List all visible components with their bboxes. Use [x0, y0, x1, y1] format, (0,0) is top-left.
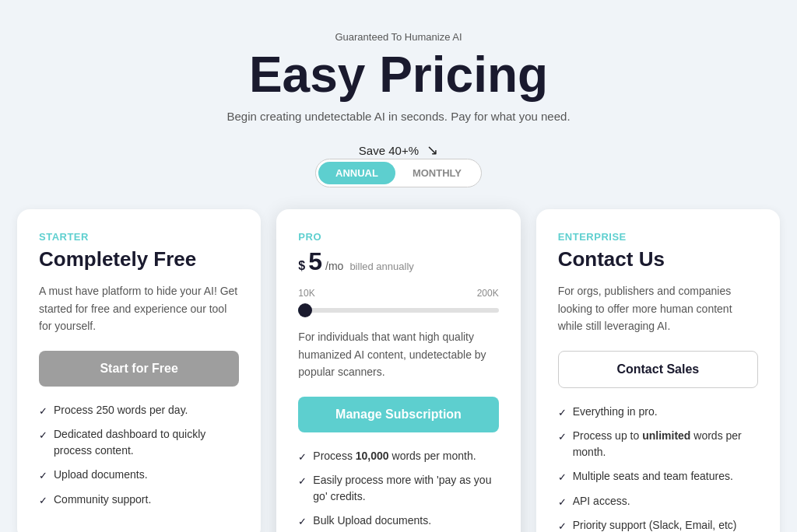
- check-icon: ✓: [558, 429, 567, 445]
- list-item: ✓ Process up to unlimited words per mont…: [558, 428, 758, 460]
- pro-plan-desc: For individuals that want high quality h…: [298, 328, 498, 380]
- billing-note: billed annually: [349, 261, 413, 272]
- enterprise-plan-desc: For orgs, publishers and companies looki…: [558, 282, 758, 334]
- arrow-icon: ↘: [427, 142, 438, 158]
- check-icon: ✓: [39, 404, 47, 419]
- pro-features-list: ✓ Process 10,000 words per month. ✓ Easi…: [298, 448, 498, 532]
- starter-plan-desc: A must have platform to hide your AI! Ge…: [39, 282, 239, 334]
- price-symbol: $: [298, 259, 305, 273]
- save-label: Save 40+% ↘: [359, 142, 438, 159]
- enterprise-card: ENTERPRISE Contact Us For orgs, publishe…: [536, 209, 780, 532]
- guarantee-text: Guaranteed To Humanize AI: [226, 31, 570, 43]
- check-icon: ✓: [298, 474, 307, 489]
- list-item: ✓ Dedicated dashboard to quickly process…: [39, 426, 239, 459]
- check-icon: ✓: [39, 468, 47, 484]
- list-item: ✓ Multiple seats and team features.: [558, 468, 758, 485]
- list-item: ✓ Bulk Upload documents.: [298, 513, 498, 530]
- pricing-cards: STARTER Completely Free A must have plat…: [17, 209, 780, 532]
- list-item: ✓ Community support.: [39, 492, 239, 509]
- slider-min-label: 10K: [298, 288, 314, 299]
- enterprise-plan-name: Contact Us: [558, 247, 758, 271]
- check-icon: ✓: [558, 470, 567, 485]
- enterprise-features-list: ✓ Everything in pro. ✓ Process up to unl…: [558, 404, 758, 532]
- price-row: $ 5 /mo billed annually: [298, 247, 498, 285]
- enterprise-cta-button[interactable]: Contact Sales: [558, 351, 758, 388]
- usage-slider[interactable]: [298, 308, 498, 313]
- check-icon: ✓: [298, 514, 307, 530]
- list-item: ✓ Upload documents.: [39, 467, 239, 484]
- price-period: /mo: [325, 260, 343, 272]
- check-icon: ✓: [558, 405, 567, 421]
- slider-labels: 10K 200K: [298, 288, 498, 299]
- page-title: Easy Pricing: [226, 47, 570, 102]
- starter-features-list: ✓ Process 250 words per day. ✓ Dedicated…: [39, 402, 239, 509]
- list-item: ✓ API access.: [558, 493, 758, 510]
- starter-plan-name: Completely Free: [39, 247, 239, 271]
- list-item: ✓ Easily process more with 'pay as you g…: [298, 472, 498, 505]
- check-icon: ✓: [39, 493, 47, 509]
- pro-plan-label: PRO: [298, 231, 498, 243]
- monthly-toggle-btn[interactable]: MONTHLY: [395, 162, 479, 184]
- price-amount: 5: [308, 247, 322, 276]
- pro-card: PRO $ 5 /mo billed annually 10K 200K For…: [276, 209, 520, 532]
- starter-card: STARTER Completely Free A must have plat…: [17, 209, 261, 532]
- check-icon: ✓: [298, 450, 307, 465]
- page-header: Guaranteed To Humanize AI Easy Pricing B…: [226, 31, 570, 123]
- billing-toggle: ANNUAL MONTHLY: [315, 159, 482, 187]
- list-item: ✓ Process 10,000 words per month.: [298, 448, 498, 465]
- subtitle: Begin creating undetectable AI in second…: [226, 110, 570, 123]
- slider-max-label: 200K: [477, 288, 499, 299]
- usage-slider-container: 10K 200K: [298, 288, 498, 316]
- annual-toggle-btn[interactable]: ANNUAL: [318, 162, 395, 184]
- save-section: Save 40+% ↘: [359, 142, 438, 159]
- check-icon: ✓: [558, 495, 567, 510]
- toggle-wrapper: ANNUAL MONTHLY: [315, 159, 482, 187]
- pro-cta-button[interactable]: Manage Subscription: [298, 397, 498, 432]
- list-item: ✓ Process 250 words per day.: [39, 402, 239, 419]
- check-icon: ✓: [39, 428, 47, 443]
- list-item: ✓ Everything in pro.: [558, 404, 758, 421]
- check-icon: ✓: [558, 519, 567, 532]
- starter-cta-button[interactable]: Start for Free: [39, 351, 239, 387]
- starter-plan-label: STARTER: [39, 231, 239, 243]
- save-text: Save 40+%: [359, 144, 419, 157]
- enterprise-plan-label: ENTERPRISE: [558, 231, 758, 243]
- list-item: ✓ Priority support (Slack, Email, etc): [558, 517, 758, 532]
